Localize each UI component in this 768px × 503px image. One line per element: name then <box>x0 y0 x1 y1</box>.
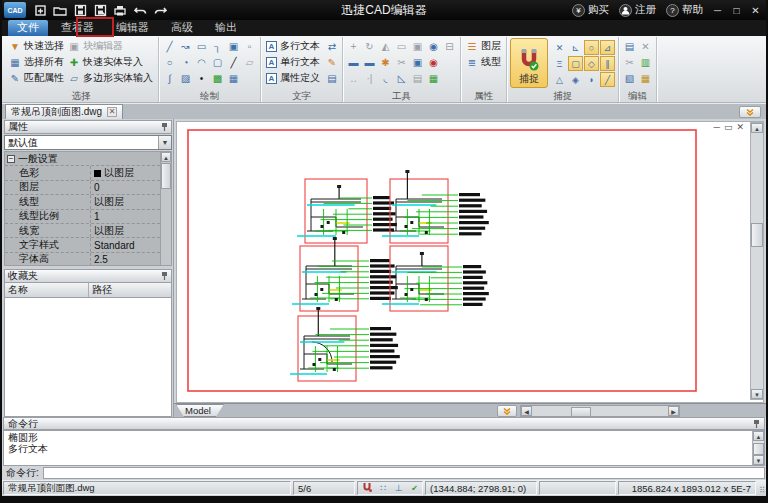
snap-mode-icon[interactable]: ○ <box>584 40 599 55</box>
tool-icon[interactable]: ∫ <box>162 71 177 86</box>
tool-icon[interactable]: ▩ <box>210 71 225 86</box>
snap-toggle-button[interactable]: 捕捉 <box>510 38 548 88</box>
tool-icon[interactable]: ⊟ <box>442 39 457 54</box>
snap-mode-icon[interactable]: △ <box>552 72 567 87</box>
tool-icon[interactable]: ◔ <box>178 55 193 70</box>
tool-icon[interactable]: ┐ <box>210 39 225 54</box>
menu-tab-输出[interactable]: 输出 <box>206 20 246 36</box>
tool-icon[interactable]: ✕ <box>638 39 653 54</box>
property-row[interactable]: 线型比例1 <box>5 210 160 224</box>
snap-mode-icon[interactable]: ◇ <box>584 56 599 71</box>
tool-icon[interactable]: ▨ <box>178 71 193 86</box>
tool-icon[interactable]: ▤ <box>410 71 425 86</box>
properties-panel-header[interactable]: 属性 <box>4 120 172 134</box>
ribbon-button-快速实体导入[interactable]: ✚快速实体导入 <box>66 54 155 70</box>
cad-canvas[interactable] <box>176 121 764 403</box>
tool-icon[interactable]: ▭ <box>394 39 409 54</box>
scroll-left-icon[interactable]: ◀ <box>521 406 532 416</box>
snap-mode-icon[interactable]: ✕ <box>552 40 567 55</box>
ribbon-button-单行文本[interactable]: A单行文本 <box>264 54 322 70</box>
minimize-button[interactable]: ─ <box>709 3 726 18</box>
snap-mode-icon[interactable]: Ξ <box>552 56 567 71</box>
tool-icon[interactable]: ◟ <box>378 71 393 86</box>
property-preset-select[interactable]: 默认值 ▼ <box>4 135 172 150</box>
tool-icon[interactable]: ↻ <box>362 39 377 54</box>
ribbon-button-属性定义[interactable]: A属性定义 <box>264 70 322 86</box>
snap-mode-icon[interactable]: ∥ <box>600 56 615 71</box>
maximize-button[interactable]: □ <box>728 3 745 18</box>
tool-icon[interactable]: ◺ <box>394 71 409 86</box>
chevron-down-icon[interactable]: ▼ <box>158 136 171 149</box>
properties-scrollbar[interactable]: ▲ <box>160 152 171 265</box>
tool-icon[interactable]: ◠ <box>194 55 209 70</box>
scroll-up-icon[interactable]: ▲ <box>161 152 171 162</box>
collapse-icon[interactable]: − <box>7 155 15 163</box>
tool-icon[interactable]: ▣ <box>410 39 425 54</box>
buy-button[interactable]: ¥ 购买 <box>568 3 613 17</box>
ribbon-button-选择所有[interactable]: ▦选择所有 <box>7 54 66 70</box>
property-row[interactable]: 字体高2.5 <box>5 253 160 266</box>
favorites-panel-header[interactable]: 收藏夹 <box>4 269 172 283</box>
tool-icon[interactable]: ▧ <box>622 71 637 86</box>
tool-icon[interactable]: ▬ <box>346 55 361 70</box>
menu-tab-文件[interactable]: 文件 <box>8 20 48 36</box>
open-folder-icon[interactable] <box>50 2 70 18</box>
grid-icon[interactable]: ∷ <box>381 483 387 493</box>
tool-icon[interactable]: ▦ <box>638 71 653 86</box>
scroll-down-icon[interactable]: ▼ <box>751 389 763 399</box>
command-panel-header[interactable]: 命令行 <box>3 417 765 430</box>
tool-icon[interactable]: ▥ <box>638 55 653 70</box>
tool-icon[interactable]: ✱ <box>378 55 393 70</box>
document-tab[interactable]: 常规吊顶剖面图.dwg ✕ <box>5 104 123 119</box>
scroll-right-icon[interactable]: ▶ <box>668 406 679 416</box>
tool-icon[interactable]: ↝ <box>178 39 193 54</box>
menu-tab-查看器[interactable]: 查看器 <box>52 20 103 36</box>
tool-icon[interactable]: ▫ <box>242 39 257 54</box>
undo-icon[interactable] <box>130 2 150 18</box>
snap-mode-icon[interactable]: ◈ <box>568 72 583 87</box>
canvas-hscrollbar[interactable]: ◀ ▶ <box>520 405 680 417</box>
mdi-close-icon[interactable]: ✕ <box>736 122 744 132</box>
tool-icon[interactable]: ◉ <box>426 55 441 70</box>
ribbon-button-快速选择[interactable]: ▼快速选择 <box>7 38 66 54</box>
new-file-icon[interactable] <box>30 2 50 18</box>
tool-icon[interactable]: ▣ <box>226 39 241 54</box>
tool-icon[interactable]: ╱ <box>226 55 241 70</box>
properties-table[interactable]: −一般设置色彩以图层图层0线型以图层线型比例1线宽以图层文字样式Standard… <box>4 151 172 266</box>
register-button[interactable]: 注册 <box>615 3 660 17</box>
scroll-down-icon[interactable]: ▼ <box>753 455 764 465</box>
command-scrollbar[interactable]: ▲ ▼ <box>752 431 764 465</box>
tool-icon[interactable]: ✂ <box>622 55 637 70</box>
save-icon[interactable] <box>70 2 90 18</box>
property-row[interactable]: 图层0 <box>5 181 160 195</box>
redo-icon[interactable] <box>150 2 170 18</box>
tool-icon[interactable]: ⇄ <box>325 39 339 54</box>
snap-mode-icon[interactable]: ⊾ <box>568 40 583 55</box>
snap-magnet-icon[interactable] <box>362 482 372 494</box>
tool-icon[interactable]: + <box>346 39 361 54</box>
menu-tab-编辑器[interactable]: 编辑器 <box>107 20 158 36</box>
tool-icon[interactable]: ◭ <box>378 39 393 54</box>
pin-icon[interactable] <box>161 122 168 132</box>
snap-mode-icon[interactable]: ◗ <box>584 72 599 87</box>
command-history[interactable]: 椭圆形多行文本 ▲ ▼ <box>3 430 765 466</box>
tool-icon[interactable]: ▤ <box>325 71 339 86</box>
layout-overflow-button[interactable] <box>497 405 517 417</box>
ortho-icon[interactable]: ⊥ <box>395 483 403 493</box>
tool-icon[interactable]: ◉ <box>426 39 441 54</box>
property-group-header[interactable]: −一般设置 <box>5 152 160 166</box>
pin-icon[interactable] <box>161 271 168 281</box>
property-row[interactable]: 线型以图层 <box>5 195 160 209</box>
menu-tab-高级[interactable]: 高级 <box>162 20 202 36</box>
tool-icon[interactable]: ▢ <box>210 55 225 70</box>
pin-icon[interactable] <box>753 419 760 429</box>
favorites-list[interactable] <box>4 298 172 417</box>
close-button[interactable]: ✕ <box>747 3 764 18</box>
tab-overflow-button[interactable] <box>739 106 761 118</box>
snap-mode-icon[interactable]: ╱ <box>600 72 615 87</box>
print-icon[interactable] <box>110 2 130 18</box>
save-as-icon[interactable] <box>90 2 110 18</box>
snap-mode-icon[interactable]: ▢ <box>568 56 583 71</box>
tool-icon[interactable]: ✎ <box>325 55 339 70</box>
model-tab[interactable]: Model <box>176 404 224 417</box>
